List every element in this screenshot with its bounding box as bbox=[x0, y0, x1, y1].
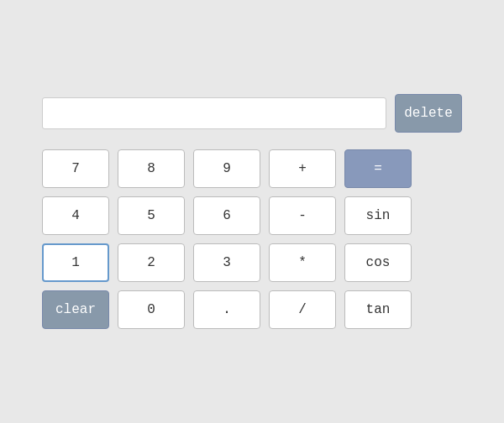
btn-divide[interactable]: / bbox=[269, 290, 336, 329]
btn-8[interactable]: 8 bbox=[118, 149, 185, 188]
btn-minus[interactable]: - bbox=[269, 196, 336, 235]
btn-0[interactable]: 0 bbox=[118, 290, 185, 329]
btn-clear[interactable]: clear bbox=[42, 290, 109, 329]
display-row: delete bbox=[42, 94, 462, 133]
btn-plus[interactable]: + bbox=[269, 149, 336, 188]
row-3: 1 2 3 * cos bbox=[42, 243, 462, 282]
row-2: 4 5 6 - sin bbox=[42, 196, 462, 235]
btn-6[interactable]: 6 bbox=[193, 196, 260, 235]
btn-1[interactable]: 1 bbox=[42, 243, 109, 282]
row-4: clear 0 . / tan bbox=[42, 290, 462, 329]
btn-5[interactable]: 5 bbox=[118, 196, 185, 235]
btn-equals[interactable]: = bbox=[344, 149, 412, 188]
btn-2[interactable]: 2 bbox=[118, 243, 185, 282]
display-input[interactable] bbox=[42, 97, 386, 129]
btn-sin[interactable]: sin bbox=[344, 196, 412, 235]
calculator: delete 7 8 9 + = 4 5 6 - sin 1 2 3 * cos… bbox=[8, 69, 496, 354]
btn-3[interactable]: 3 bbox=[193, 243, 260, 282]
row-1: 7 8 9 + = bbox=[42, 149, 462, 188]
btn-multiply[interactable]: * bbox=[269, 243, 336, 282]
btn-9[interactable]: 9 bbox=[193, 149, 260, 188]
btn-dot[interactable]: . bbox=[193, 290, 260, 329]
btn-4[interactable]: 4 bbox=[42, 196, 109, 235]
delete-button[interactable]: delete bbox=[395, 94, 462, 133]
btn-tan[interactable]: tan bbox=[344, 290, 412, 329]
btn-7[interactable]: 7 bbox=[42, 149, 109, 188]
btn-cos[interactable]: cos bbox=[344, 243, 412, 282]
